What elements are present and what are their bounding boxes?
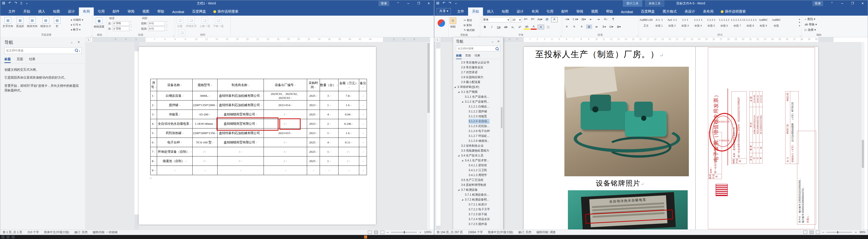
edit-button-查找[interactable]: ⌕ 查找 ▾ — [803, 17, 819, 22]
table-cell[interactable]: 1↵ — [320, 147, 339, 156]
photo-nameplate[interactable]: 全自动冷热水自吸电泵 — [568, 190, 688, 230]
ribbon-tab-百度网盘[interactable]: 百度网盘 — [637, 7, 659, 16]
outline-item[interactable]: 3.4.1.1 梁玫玫 — [453, 163, 501, 168]
layout-button-纸张大小[interactable]: ▤纸张大小 — [39, 16, 53, 28]
dialog-launcher-icon[interactable]: ⌟ — [173, 34, 174, 36]
table-cell[interactable]: ↵ — [320, 166, 339, 175]
taskbar-app-icon[interactable] — [12, 236, 14, 239]
table-cell[interactable]: 3↵ — [320, 91, 339, 101]
vertical-scrollbar[interactable] — [427, 42, 430, 230]
outline-item[interactable]: ◢3 详细评审(技术) — [453, 85, 501, 89]
table-cell[interactable]: 4↵ — [320, 110, 339, 119]
outline-item[interactable]: 3.1.2.6 电子台秤 — [453, 129, 501, 134]
outline-item[interactable]: 3.7.1 检测设备信... — [453, 192, 501, 197]
arrange-button-下移一层[interactable]: ❏下移一层 — [212, 16, 225, 28]
spacing-before-input[interactable]: 0 行 — [148, 21, 165, 26]
outline-item[interactable]: 3.1.2.7 环保处... — [453, 134, 501, 138]
phonetic-guide-button[interactable]: 拼 — [544, 17, 550, 22]
print-layout-icon[interactable] — [374, 231, 378, 234]
document-area[interactable]: 序号↵设备名称↵规格型号↵制造商名称↵设备出厂编号↵采购时间↵数量（台）↵金额（… — [85, 42, 430, 230]
zoom-out-button[interactable]: ─ — [822, 231, 824, 234]
decrease-indent-button[interactable]: ⇤ — [588, 17, 594, 22]
edit-button-替换[interactable]: ab 替换 ▾ — [803, 22, 819, 27]
app-badge-icon[interactable] — [438, 19, 445, 27]
borders-button[interactable]: ⊞▾ — [616, 25, 622, 29]
table-cell[interactable]: 9↵ — [151, 166, 157, 175]
ribbon-tab-布局[interactable]: 布局 — [79, 7, 94, 16]
clipboard-button-剪切[interactable]: ✂ 剪切 — [463, 18, 475, 23]
collapse-triangle-icon[interactable]: ◢ — [458, 187, 460, 192]
table-cell[interactable]: 2025C01、2025C02、2025C03↵ — [264, 91, 307, 101]
strikethrough-button[interactable]: ab — [503, 25, 509, 29]
table-cell[interactable]: 2025↵ — [307, 138, 320, 147]
table-cell[interactable]: 3↵ — [151, 110, 157, 119]
table-cell[interactable]: 2025↵ — [307, 156, 320, 166]
horizontal-ruler[interactable]: 6422468101214161820222426283032343638404… — [92, 37, 430, 42]
table-cell[interactable]: ↵ — [359, 156, 367, 166]
subscript-button[interactable]: x₂ — [510, 25, 516, 29]
outline-item[interactable]: ◢3.1.2 生产设备明... — [453, 99, 501, 104]
style-item-标题 7[interactable]: 1.1.1.1.1.1标题 7 — [731, 16, 744, 28]
table-cell[interactable]: 5↵ — [151, 129, 157, 138]
ribbon-tab-设计[interactable]: 设计 — [513, 7, 528, 16]
ribbon-tab-开始[interactable]: 开始 — [19, 7, 34, 16]
align-left-button[interactable]: ≡ — [564, 25, 570, 29]
ribbon-tab-审阅[interactable]: 审阅 — [124, 7, 138, 16]
enclose-characters-button[interactable]: ㊀ — [545, 25, 551, 30]
ribbon-tab-表布局[interactable]: 表布局 — [699, 7, 717, 16]
status-left[interactable]: 第 194 页, 共 297 页15694 个字简体中文(中国大陆)修订: 关闭… — [437, 230, 556, 234]
ribbon-tab-帮助[interactable]: 帮助 — [602, 7, 617, 16]
outline-item[interactable]: ◢3.7.2 检测设备明... — [453, 197, 501, 202]
outline-item[interactable]: 3.1.2.4 全自动... — [453, 119, 501, 124]
table-cell[interactable]: 4↵ — [151, 119, 157, 129]
ribbon-tab-表设计[interactable]: 表设计 — [681, 7, 699, 16]
style-item-标题 8[interactable]: 1.1.1.1.1.1.1标题 8 — [744, 16, 757, 28]
nav-tab-results[interactable]: 结果 — [29, 57, 35, 63]
grow-font-button[interactable]: A˄ — [523, 17, 529, 22]
ribbon-tab-图片格式[interactable]: 图片格式 — [659, 7, 681, 16]
outline-item[interactable]: 3.1.2.2 搅拌罐 — [453, 109, 501, 114]
ribbon-tab-文件[interactable]: 文件 — [453, 7, 468, 16]
table-cell[interactable]: 药剂加热罐↵ — [157, 129, 193, 138]
table-cell[interactable]: ↵ — [359, 147, 367, 156]
status-item[interactable]: 210 个字 — [27, 230, 39, 234]
outline-item[interactable]: 3.7.2.1 粘度计 — [453, 202, 501, 207]
read-mode-icon[interactable] — [803, 231, 807, 234]
table-cell[interactable]: 2025↵ — [307, 91, 320, 101]
text-highlight-button[interactable]: ab — [524, 25, 530, 30]
table-cell[interactable]: 盘锦恒泰利石油机械有限公司↵ — [218, 91, 264, 101]
table-cell[interactable]: 传输泵↵ — [157, 110, 193, 119]
dialog-launcher-icon[interactable]: ⌟ — [637, 34, 638, 36]
signin-button[interactable]: 登录 — [378, 1, 389, 6]
collapse-triangle-icon[interactable]: ◢ — [458, 89, 460, 95]
dialog-launcher-icon[interactable]: ⌟ — [91, 34, 92, 36]
zoom-slider[interactable] — [826, 232, 852, 233]
styles-gallery-scroll[interactable]: ▲▼▼ — [799, 18, 801, 28]
outline-item[interactable]: 2.9 最小配送量 — [453, 80, 501, 85]
style-item-标题 3[interactable]: 1.1 1标题 3 — [679, 16, 692, 28]
table-cell[interactable]: ↵ — [359, 138, 367, 147]
nav-tab-pages[interactable]: 页面 — [465, 54, 471, 59]
table-cell[interactable]: 2↵ — [320, 119, 339, 129]
nav-tab-pages[interactable]: 页面 — [17, 57, 23, 63]
vertical-scrollbar[interactable] — [861, 42, 865, 230]
outline-item[interactable]: 3.7.2.2 电子天平 — [453, 207, 501, 212]
close-button[interactable]: ✕ — [424, 0, 434, 7]
status-item[interactable]: 第 1 页, 共 1 页 — [3, 230, 22, 234]
change-case-button[interactable]: Aa▾ — [537, 17, 543, 22]
chevron-down-icon[interactable]: ⌄ — [70, 40, 73, 44]
outline-item[interactable]: 3.4.1.3 周明宇 — [453, 173, 501, 178]
table-cell[interactable]: ↵ — [359, 110, 367, 119]
search-input[interactable]: 在文档中搜索 ▾ — [4, 47, 82, 54]
print-layout-icon[interactable] — [810, 231, 813, 234]
bullets-button[interactable]: ⁖≡▾ — [564, 17, 570, 22]
arrange-button-环绕文字[interactable]: ❏环绕文字 — [185, 16, 198, 28]
table-row[interactable]: 1↵白钢反应釜↵3000L↵盘锦恒泰利石油机械有限公司↵2025C01、2025… — [151, 91, 367, 101]
outline-item[interactable]: 3.7.2.5 搅拌器 — [453, 222, 501, 227]
qat-caret-icon[interactable]: ⌄ — [25, 1, 28, 5]
zoom-slider[interactable] — [391, 232, 417, 233]
table-cell[interactable]: /↵ — [339, 156, 359, 166]
table-cell[interactable]: /↵ — [264, 138, 307, 147]
nav-tab-results[interactable]: 结果 — [474, 54, 480, 59]
collapse-triangle-icon[interactable]: ◢ — [462, 158, 463, 163]
